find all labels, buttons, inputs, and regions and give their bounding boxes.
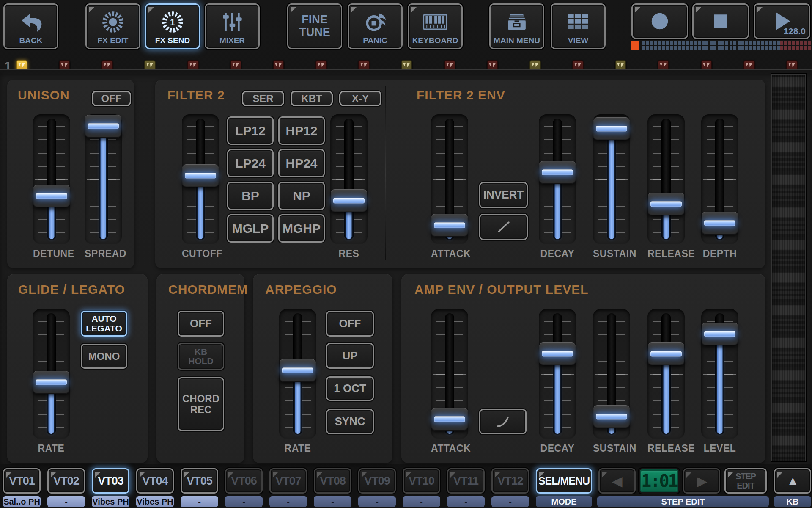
cutoff-slider-handle[interactable] xyxy=(182,164,219,187)
mono-button[interactable]: MONO xyxy=(81,344,127,369)
track-button[interactable]: VT10 xyxy=(403,468,440,494)
f2env-release-slider-handle[interactable] xyxy=(648,193,684,215)
glide-rate-slider-handle[interactable] xyxy=(33,371,69,394)
track-button[interactable]: VT04 xyxy=(136,468,174,494)
amp-sustain-slider[interactable] xyxy=(593,309,630,439)
arp-sync-button[interactable]: SYNC xyxy=(326,409,374,434)
filter-type-hp24-button[interactable]: HP24 xyxy=(278,149,325,177)
f2env-sustain-slider[interactable] xyxy=(593,114,630,244)
track-preset-label: - xyxy=(491,496,529,507)
arp-up-button[interactable]: UP xyxy=(326,343,374,369)
pattern-next-button[interactable]: ▶ xyxy=(683,468,720,494)
amp-env-panel: AMP ENV / OUTPUT LEVEL ATTACK DECAY xyxy=(401,274,765,463)
track-button[interactable]: VT03 xyxy=(92,468,129,494)
filter-type-np-button[interactable]: NP xyxy=(278,182,325,210)
arp-rate-slider-handle[interactable] xyxy=(280,359,316,382)
view-button[interactable]: VIEW xyxy=(551,3,606,49)
auto-legato-button[interactable]: AUTO LEGATO xyxy=(81,311,127,337)
stop-button[interactable] xyxy=(692,3,749,39)
fx-send-button[interactable]: 1 FX SEND xyxy=(145,3,200,49)
f2env-attack-slider-handle[interactable] xyxy=(431,214,468,237)
right-arrow-icon: ▶ xyxy=(697,474,706,489)
spread-slider[interactable] xyxy=(85,114,122,244)
track-button[interactable]: VT01 xyxy=(3,468,41,494)
arp-1oct-button[interactable]: 1 OCT xyxy=(326,376,374,401)
chordmem-title: CHORDMEM xyxy=(168,282,248,297)
mixer-button[interactable]: MIXER xyxy=(205,3,260,49)
filter2-kbt-button[interactable]: KBT xyxy=(291,91,333,106)
track-button[interactable]: VT08 xyxy=(314,468,351,494)
track-button[interactable]: VT02 xyxy=(47,468,85,494)
detune-slider-handle[interactable] xyxy=(33,185,70,207)
kb-toggle-button[interactable]: ▲ xyxy=(774,468,811,494)
f2env-sustain-label: SUSTAIN xyxy=(593,248,630,260)
f2env-invert-button[interactable]: INVERT xyxy=(479,182,528,208)
f2env-depth-slider-handle[interactable] xyxy=(702,212,738,235)
chord-rec-button[interactable]: CHORD REC xyxy=(178,377,224,431)
back-button[interactable]: BACK xyxy=(3,3,58,49)
f2env-sustain-slider-handle[interactable] xyxy=(593,117,630,140)
f2env-decay-slider[interactable] xyxy=(539,114,576,244)
amp-env-curve-button[interactable] xyxy=(479,409,527,434)
f2env-release-slider[interactable] xyxy=(647,114,685,244)
amp-level-slider[interactable] xyxy=(701,309,738,439)
pattern-prev-button[interactable]: ◀ xyxy=(598,468,636,494)
fine-tune-label: FINE TUNE xyxy=(298,14,332,39)
res-slider[interactable] xyxy=(330,114,368,244)
amp-attack-slider[interactable] xyxy=(431,309,468,439)
keyboard-button[interactable]: KEYBOARD xyxy=(408,3,463,49)
track-button[interactable]: VT07 xyxy=(269,468,307,494)
f2env-attack-slider[interactable] xyxy=(431,114,468,244)
kb-hold-button[interactable]: KB HOLD xyxy=(178,343,224,370)
chordmem-off-button[interactable]: OFF xyxy=(178,311,224,337)
res-slider-handle[interactable] xyxy=(331,189,367,212)
amp-level-slider-handle[interactable] xyxy=(702,323,738,345)
f2env-decay-slider-handle[interactable] xyxy=(539,161,576,184)
track-button[interactable]: VT09 xyxy=(358,468,396,494)
fx-send-label: FX SEND xyxy=(155,36,190,45)
amp-release-slider[interactable] xyxy=(647,309,685,439)
f2env-depth-slider[interactable] xyxy=(701,114,738,244)
cutoff-slider[interactable] xyxy=(182,114,219,244)
detune-slider[interactable] xyxy=(33,114,70,244)
main-menu-button[interactable]: MAIN MENU xyxy=(489,3,544,49)
arp-rate-slider[interactable] xyxy=(279,309,316,439)
amp-attack-slider-handle[interactable] xyxy=(431,408,468,431)
filter-type-mglp-button[interactable]: MGLP xyxy=(227,214,274,243)
keyboard-label: KEYBOARD xyxy=(412,36,458,45)
play-button[interactable]: 128.0 xyxy=(754,3,810,39)
glide-rate-slider[interactable] xyxy=(33,309,70,439)
amp-decay-slider[interactable] xyxy=(539,309,576,439)
filter-type-lp12-button[interactable]: LP12 xyxy=(227,116,274,145)
filter2-ser-button[interactable]: SER xyxy=(242,91,284,106)
f2env-slope-button[interactable] xyxy=(479,214,528,240)
spread-slider-handle[interactable] xyxy=(85,115,121,138)
track-button[interactable]: VT05 xyxy=(181,468,218,494)
track-button[interactable]: VT06 xyxy=(225,468,263,494)
panic-button[interactable]: PANIC xyxy=(348,3,403,49)
detune-label: DETUNE xyxy=(33,248,70,260)
filter-type-hp12-button[interactable]: HP12 xyxy=(278,116,325,145)
bpm-value: 128.0 xyxy=(783,26,806,36)
amp-release-slider-handle[interactable] xyxy=(648,342,684,365)
fine-tune-button[interactable]: FINE TUNE xyxy=(287,3,342,49)
unison-off-button[interactable]: OFF xyxy=(92,91,131,106)
pattern-position-display[interactable]: 1:01 xyxy=(639,468,680,494)
track-button[interactable]: VT11 xyxy=(447,468,485,494)
page-scroll-grip[interactable] xyxy=(771,73,807,462)
step-edit-button[interactable]: STEP EDIT xyxy=(724,468,767,494)
record-button[interactable] xyxy=(631,3,688,39)
filter-type-mghp-button[interactable]: MGHP xyxy=(278,214,325,243)
filter2-xy-button[interactable]: X-Y xyxy=(339,91,381,106)
filter-type-bp-button[interactable]: BP xyxy=(227,182,274,210)
amp-sustain-slider-handle[interactable] xyxy=(593,405,630,428)
track-button[interactable]: VT12 xyxy=(491,468,529,494)
arp-off-button[interactable]: OFF xyxy=(326,311,374,337)
sequence-steps-strip xyxy=(642,41,780,50)
amp-decay-slider-handle[interactable] xyxy=(539,342,576,365)
sel-menu-button[interactable]: SEL/MENU xyxy=(536,468,592,494)
mode-strip-label: MODE xyxy=(536,496,592,507)
res-label: RES xyxy=(330,248,368,260)
fx-edit-button[interactable]: FX EDIT xyxy=(85,3,140,49)
filter-type-lp24-button[interactable]: LP24 xyxy=(227,149,274,177)
